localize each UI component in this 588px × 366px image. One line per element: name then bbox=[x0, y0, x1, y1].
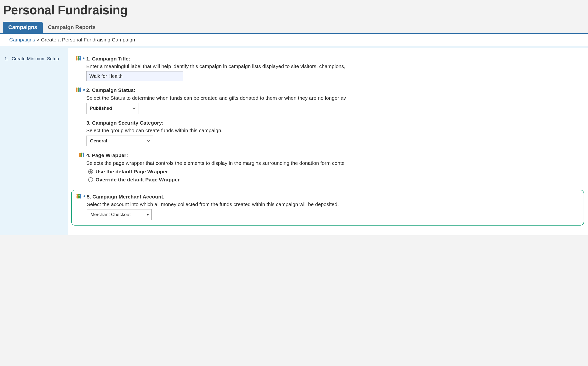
select-value: Merchant Checkout bbox=[90, 211, 131, 218]
svg-point-16 bbox=[83, 153, 84, 154]
svg-point-10 bbox=[79, 88, 81, 89]
svg-rect-1 bbox=[76, 58, 77, 60]
campaign-title-input[interactable] bbox=[86, 71, 183, 81]
field-desc: Selects the page wrapper that controls t… bbox=[86, 159, 588, 167]
people-icon bbox=[75, 56, 82, 61]
svg-rect-19 bbox=[77, 196, 78, 198]
radio-icon bbox=[88, 177, 93, 182]
svg-rect-5 bbox=[79, 58, 81, 60]
merchant-account-select[interactable]: Merchant Checkout bbox=[87, 209, 152, 220]
breadcrumb-current: Create a Personal Fundraising Campaign bbox=[41, 37, 135, 42]
svg-rect-21 bbox=[78, 196, 80, 198]
chevron-down-icon bbox=[147, 139, 150, 143]
required-star-icon: * bbox=[83, 87, 85, 95]
field-campaign-title: * 1. Campaign Title: Enter a meaningful … bbox=[71, 55, 588, 81]
field-merchant-account: * 5. Campaign Merchant Account. Select t… bbox=[72, 193, 582, 220]
required-star-icon: * bbox=[83, 194, 85, 201]
select-value: General bbox=[90, 138, 107, 144]
breadcrumb-link-campaigns[interactable]: Campaigns bbox=[9, 37, 35, 42]
svg-rect-7 bbox=[76, 89, 77, 92]
sidebar-step-label: Create Minimum Setup bbox=[12, 56, 59, 62]
svg-rect-9 bbox=[78, 89, 79, 92]
radio-icon bbox=[88, 169, 93, 174]
svg-point-2 bbox=[78, 56, 79, 57]
svg-rect-11 bbox=[79, 89, 81, 92]
svg-point-8 bbox=[78, 88, 79, 89]
svg-point-4 bbox=[79, 56, 81, 57]
field-label: 5. Campaign Merchant Account. bbox=[87, 193, 582, 200]
campaign-status-select[interactable]: Published bbox=[86, 103, 138, 114]
svg-rect-15 bbox=[81, 154, 82, 157]
people-icon bbox=[76, 194, 82, 199]
svg-rect-3 bbox=[78, 58, 79, 60]
svg-rect-17 bbox=[83, 154, 84, 157]
radio-use-default-wrapper[interactable]: Use the default Page Wrapper bbox=[88, 168, 588, 175]
field-label: 4. Page Wrapper: bbox=[86, 152, 588, 159]
page-title: Personal Fundraising bbox=[0, 0, 588, 22]
people-icon bbox=[78, 152, 85, 158]
field-label: 2. Campaign Status: bbox=[86, 87, 588, 94]
caret-down-icon bbox=[146, 214, 149, 216]
required-star-icon: * bbox=[83, 56, 85, 63]
field-desc: Enter a meaningful label that will help … bbox=[86, 63, 588, 70]
sidebar-step-create-minimum-setup[interactable]: 1. Create Minimum Setup bbox=[0, 53, 68, 65]
sidebar: 1. Create Minimum Setup bbox=[0, 48, 68, 235]
breadcrumb-sep: > bbox=[35, 37, 41, 42]
field-desc: Select the Status to determine when fund… bbox=[86, 94, 588, 101]
field-campaign-status: * 2. Campaign Status: Select the Status … bbox=[71, 87, 588, 114]
select-value: Published bbox=[90, 105, 112, 112]
svg-point-20 bbox=[78, 194, 80, 195]
main-panel: * 1. Campaign Title: Enter a meaningful … bbox=[68, 48, 588, 235]
radio-label: Use the default Page Wrapper bbox=[96, 168, 168, 175]
security-category-select[interactable]: General bbox=[86, 136, 153, 147]
tab-campaign-reports[interactable]: Campaign Reports bbox=[43, 22, 101, 33]
field-label: 3. Campaign Security Category: bbox=[86, 119, 588, 126]
highlight-merchant-account: * 5. Campaign Merchant Account. Select t… bbox=[71, 190, 584, 226]
svg-rect-13 bbox=[79, 154, 81, 157]
svg-point-18 bbox=[77, 194, 78, 195]
radio-label: Override the default Page Wrapper bbox=[96, 176, 180, 183]
tab-campaigns[interactable]: Campaigns bbox=[3, 22, 43, 33]
field-security-category: 3. Campaign Security Category: Select th… bbox=[71, 119, 588, 146]
svg-point-22 bbox=[80, 194, 81, 195]
svg-rect-23 bbox=[80, 196, 81, 198]
field-label: 1. Campaign Title: bbox=[86, 55, 588, 62]
svg-point-6 bbox=[76, 88, 77, 89]
svg-point-12 bbox=[79, 153, 81, 154]
field-desc: Select the group who can create funds wi… bbox=[86, 127, 588, 134]
sidebar-step-num: 1. bbox=[4, 56, 9, 62]
field-page-wrapper: 4. Page Wrapper: Selects the page wrappe… bbox=[71, 152, 588, 184]
breadcrumb: Campaigns > Create a Personal Fundraisin… bbox=[0, 34, 588, 46]
tab-bar: Campaigns Campaign Reports bbox=[0, 22, 588, 34]
radio-override-default-wrapper[interactable]: Override the default Page Wrapper bbox=[88, 176, 588, 183]
chevron-down-icon bbox=[132, 107, 136, 110]
svg-point-14 bbox=[81, 153, 82, 154]
people-icon bbox=[75, 87, 82, 92]
field-desc: Select the account into which all money … bbox=[87, 201, 582, 208]
svg-point-0 bbox=[76, 56, 77, 57]
